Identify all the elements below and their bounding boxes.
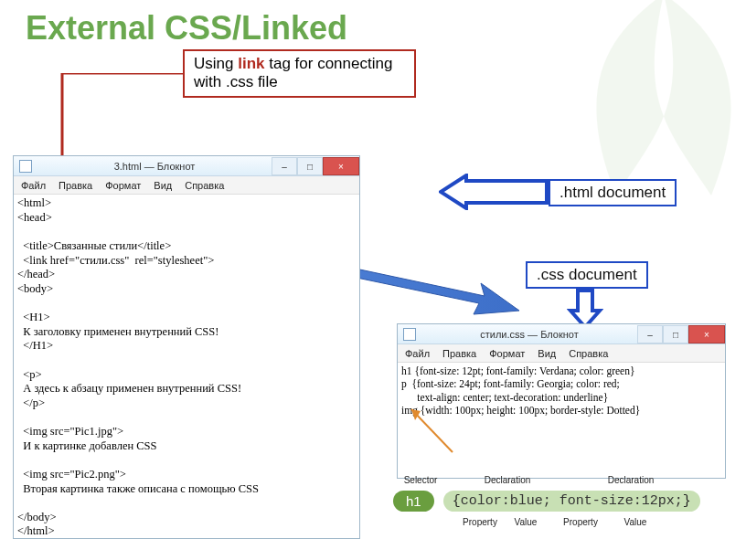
css-document-label: .css document bbox=[526, 261, 648, 289]
html-menubar: Файл Правка Формат Вид Справка bbox=[14, 176, 359, 195]
notepad-icon bbox=[19, 160, 32, 173]
label-value-1: Value bbox=[503, 517, 549, 527]
minimize-button[interactable]: – bbox=[272, 157, 297, 175]
label-selector: Selector bbox=[393, 475, 448, 485]
css-body-text[interactable]: h1 {font-size: 12pt; font-family: Verdan… bbox=[398, 363, 725, 419]
menu-format[interactable]: Формат bbox=[105, 180, 141, 191]
close-button[interactable]: × bbox=[688, 325, 725, 343]
menu-file[interactable]: Файл bbox=[21, 180, 46, 191]
syntax-val1: blue bbox=[510, 493, 543, 509]
syntax-selector-pill: h1 bbox=[393, 491, 434, 512]
html-window-title: 3.html — Блокнот bbox=[37, 161, 272, 172]
close-button[interactable]: × bbox=[323, 157, 359, 175]
maximize-button[interactable]: □ bbox=[297, 157, 323, 175]
slide-title: External CSS/Linked bbox=[26, 9, 347, 48]
label-value-2: Value bbox=[613, 517, 658, 527]
minimize-button[interactable]: – bbox=[637, 325, 663, 343]
css-syntax-diagram: Selector Declaration Declaration h1 {col… bbox=[393, 475, 737, 527]
label-declaration-2: Declaration bbox=[567, 475, 695, 485]
notepad-html-window: 3.html — Блокнот – □ × Файл Правка Форма… bbox=[13, 155, 360, 539]
notepad-icon bbox=[403, 328, 416, 341]
menu-help[interactable]: Справка bbox=[185, 180, 224, 191]
menu-edit[interactable]: Правка bbox=[59, 180, 92, 191]
label-property-2: Property bbox=[549, 517, 613, 527]
html-document-label: .html document bbox=[549, 179, 677, 206]
syntax-declaration-pill: {color:blue; font-size:12px;} bbox=[443, 491, 700, 512]
syntax-val2: 12px bbox=[642, 493, 675, 509]
maximize-button[interactable]: □ bbox=[663, 325, 688, 343]
css-window-title: стили.css — Блокнот bbox=[421, 329, 637, 340]
menu-view[interactable]: Вид bbox=[154, 180, 172, 191]
menu-edit[interactable]: Правка bbox=[442, 348, 476, 359]
menu-help[interactable]: Справка bbox=[569, 348, 608, 359]
html-body-text[interactable]: <html> <head> <title>Связанные стили</ti… bbox=[14, 195, 359, 541]
syntax-prop2: font-size bbox=[560, 493, 634, 509]
callout-text-before: Using bbox=[194, 55, 238, 72]
css-menubar: Файл Правка Формат Вид Справка bbox=[398, 344, 725, 363]
menu-format[interactable]: Формат bbox=[489, 348, 525, 359]
callout-linkword: link bbox=[238, 55, 264, 72]
arrow-to-html bbox=[439, 174, 549, 210]
label-property-1: Property bbox=[457, 517, 503, 527]
syntax-prop1: color bbox=[461, 493, 502, 509]
label-declaration-1: Declaration bbox=[448, 475, 567, 485]
menu-view[interactable]: Вид bbox=[538, 348, 556, 359]
css-titlebar: стили.css — Блокнот – □ × bbox=[398, 324, 725, 344]
brace-close: } bbox=[683, 493, 691, 509]
menu-file[interactable]: Файл bbox=[405, 348, 430, 359]
brace-open: { bbox=[453, 493, 461, 509]
html-titlebar: 3.html — Блокнот – □ × bbox=[14, 156, 359, 176]
notepad-css-window: стили.css — Блокнот – □ × Файл Правка Фо… bbox=[397, 323, 726, 479]
link-tag-callout: Using link tag for connecting with .css … bbox=[183, 49, 416, 98]
